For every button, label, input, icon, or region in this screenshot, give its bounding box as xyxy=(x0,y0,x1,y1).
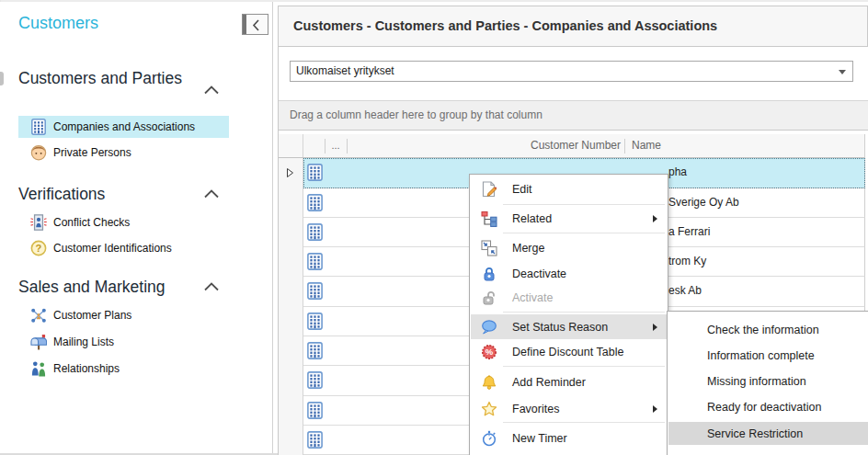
submenu-item-service-restriction[interactable]: Service Restriction xyxy=(668,422,868,445)
menu-item-related[interactable]: Related xyxy=(471,207,667,231)
menu-item-label: Related xyxy=(512,207,552,231)
sidebar-item-label: Mailing Lists xyxy=(53,336,114,348)
submenu-item-information-complete[interactable]: Information complete xyxy=(668,343,868,369)
section-header-customers-and-parties[interactable]: Customers and Parties xyxy=(18,69,199,88)
merge-icon xyxy=(481,240,497,256)
submenu-item-label: Ready for deactivation xyxy=(707,394,821,420)
column-header-name[interactable]: Name xyxy=(632,134,661,157)
menu-item-merge[interactable]: Merge xyxy=(471,236,667,260)
menu-item-activate[interactable]: Activate xyxy=(471,286,667,310)
building-icon xyxy=(307,282,323,300)
column-separator[interactable] xyxy=(624,139,625,154)
building-icon xyxy=(307,253,323,270)
row-indicator-cell xyxy=(279,158,303,188)
submenu-item-missing-information[interactable]: Missing information xyxy=(668,369,868,394)
column-header-customer-number[interactable]: Customer Number xyxy=(352,134,621,157)
sidebar-item-label: Private Persons xyxy=(53,146,131,159)
related-icon xyxy=(481,210,497,227)
building-icon xyxy=(307,194,323,211)
chevron-down-icon[interactable] xyxy=(839,70,846,74)
context-menu: Edit Related Merge Deactivate xyxy=(469,174,668,455)
menu-separator xyxy=(503,204,665,205)
main-title-bar: Customers - Customers and Parties - Comp… xyxy=(278,6,868,47)
section-header-verifications[interactable]: Verifications xyxy=(18,185,199,204)
submenu-item-ready-for-deactivation[interactable]: Ready for deactivation xyxy=(668,394,868,420)
building-icon xyxy=(307,342,323,359)
menu-item-favorites[interactable]: Favorites xyxy=(471,397,667,421)
building-icon xyxy=(307,431,323,449)
group-by-panel[interactable]: Drag a column header here to group by th… xyxy=(279,100,868,131)
bell-icon xyxy=(481,374,497,391)
group-by-hint: Drag a column header here to group by th… xyxy=(290,101,542,130)
row-indicator-cell xyxy=(279,336,303,366)
grid-header-row: ... Customer Number Name xyxy=(279,134,865,158)
sidebar-item-customer-plans[interactable]: Customer Plans xyxy=(18,304,229,326)
submenu-arrow-icon xyxy=(653,215,657,222)
name-cell: Sverige Oy Ab xyxy=(668,188,739,217)
submenu-item-check-the-information[interactable]: Check the information xyxy=(668,317,868,343)
menu-item-deactivate[interactable]: Deactivate xyxy=(471,262,667,286)
conflict-check-icon xyxy=(30,214,47,231)
lock-closed-icon xyxy=(481,266,497,282)
sidebar-item-relationships[interactable]: Relationships xyxy=(18,358,229,380)
speech-bubble-icon xyxy=(481,319,497,336)
sidebar-item-mailing-lists[interactable]: Mailing Lists xyxy=(18,331,229,353)
building-icon xyxy=(30,119,47,135)
section-header-sales-and-marketing[interactable]: Sales and Marketing xyxy=(18,278,199,297)
row-indicator-cell xyxy=(279,247,303,277)
sidebar-item-conflict-checks[interactable]: Conflict Checks xyxy=(18,211,229,233)
filter-dropdown-value: Ulkomaiset yritykset xyxy=(296,62,394,81)
menu-item-label: Add Reminder xyxy=(512,370,586,394)
sidebar-collapse-button[interactable] xyxy=(242,14,268,35)
sidebar-item-companies-and-associations[interactable]: Companies and Associations xyxy=(18,116,229,138)
lock-open-icon xyxy=(481,290,497,306)
chevron-left-icon xyxy=(251,18,261,32)
menu-item-label: New Timer xyxy=(512,426,567,450)
sidebar-item-customer-identifications[interactable]: ? Customer Identifications xyxy=(18,237,229,259)
sidebar-item-label: Companies and Associations xyxy=(53,120,195,133)
submenu-arrow-icon xyxy=(653,405,657,413)
discount-badge-icon: % xyxy=(481,344,497,360)
stopwatch-icon xyxy=(481,430,497,447)
submenu-arrow-icon xyxy=(653,324,657,331)
row-indicator-cell xyxy=(279,218,303,247)
row-indicator-cell xyxy=(279,366,303,396)
svg-text:%: % xyxy=(485,347,494,357)
chevron-up-icon[interactable] xyxy=(203,281,220,292)
building-icon xyxy=(307,371,323,389)
star-icon xyxy=(481,401,497,417)
collapse-button-bar xyxy=(243,15,246,34)
column-separator[interactable] xyxy=(347,139,348,154)
row-indicator-cell xyxy=(279,396,303,426)
menu-item-define-discount-table[interactable]: % Define Discount Table xyxy=(471,340,667,364)
menu-item-label: Merge xyxy=(512,236,544,260)
grid-header-indicator-cell xyxy=(279,134,303,157)
row-indicator-cell xyxy=(279,277,303,307)
column-header-more[interactable]: ... xyxy=(325,134,347,157)
sidebar-splitter-handle[interactable] xyxy=(0,72,4,85)
menu-item-new-timer[interactable]: New Timer xyxy=(471,426,667,450)
menu-item-label: Activate xyxy=(512,286,553,310)
name-cell: trom Ky xyxy=(668,247,706,276)
submenu-item-label: Missing information xyxy=(707,369,806,394)
menu-item-label: Define Discount Table xyxy=(512,340,623,364)
edit-icon xyxy=(481,181,497,198)
sidebar-item-private-persons[interactable]: Private Persons xyxy=(18,142,229,164)
filter-dropdown[interactable]: Ulkomaiset yritykset xyxy=(290,61,853,82)
chevron-up-icon[interactable] xyxy=(203,188,220,199)
relationships-icon xyxy=(30,360,47,377)
menu-item-edit[interactable]: Edit xyxy=(471,177,667,201)
submenu-item-label: Information complete xyxy=(707,343,815,369)
menu-item-set-status-reason[interactable]: Set Status Reason xyxy=(471,314,667,339)
sidebar-title: Customers xyxy=(18,14,98,33)
page-title: Customers - Customers and Parties - Comp… xyxy=(293,6,717,46)
menu-separator xyxy=(503,422,665,423)
mailing-lists-icon xyxy=(30,334,47,350)
menu-item-label: Favorites xyxy=(512,397,559,421)
sidebar-item-label: Customer Plans xyxy=(53,309,131,322)
menu-item-add-reminder[interactable]: Add Reminder xyxy=(471,370,667,394)
row-indicator-cell xyxy=(279,307,303,336)
menu-item-label: Edit xyxy=(512,177,532,201)
customer-plans-icon xyxy=(30,307,47,324)
chevron-up-icon[interactable] xyxy=(203,85,220,96)
